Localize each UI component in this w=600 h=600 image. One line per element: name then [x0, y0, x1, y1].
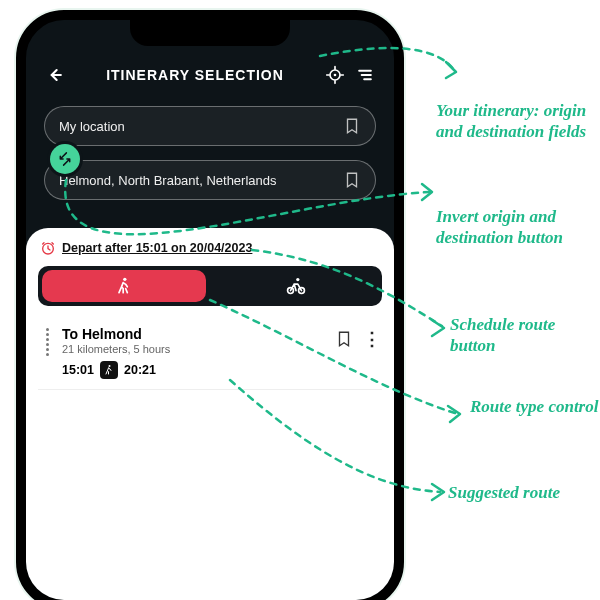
page-title: ITINERARY SELECTION: [70, 67, 320, 83]
annotation-schedule: Schedule route button: [450, 314, 600, 357]
swap-icon: [57, 151, 73, 167]
route-times: 15:01 20:21: [62, 361, 327, 379]
back-button[interactable]: [40, 60, 70, 90]
route-arrive: 20:21: [124, 363, 156, 377]
origin-value: My location: [59, 119, 343, 134]
walk-icon: [100, 361, 118, 379]
itinerary-inputs: My location Helmond, North Brabant, Neth…: [26, 100, 394, 228]
schedule-route-button[interactable]: Depart after 15:01 on 20/04/2023: [40, 240, 252, 256]
route-type-control: [38, 266, 382, 306]
phone-notch: [130, 20, 290, 46]
annotation-card: Suggested route: [448, 482, 600, 503]
results-panel: Depart after 15:01 on 20/04/2023 To Helm…: [26, 228, 394, 600]
route-type-bike[interactable]: [214, 270, 378, 302]
origin-field[interactable]: My location: [44, 106, 376, 146]
suggested-route-card[interactable]: To Helmond 21 kilometers, 5 hours 15:01 …: [38, 320, 382, 390]
route-depart: 15:01: [62, 363, 94, 377]
annotation-swap: Invert origin and destination button: [436, 206, 596, 249]
svg-point-6: [296, 278, 299, 281]
more-icon[interactable]: ⋮: [363, 334, 380, 344]
walk-icon: [114, 276, 134, 296]
destination-field[interactable]: Helmond, North Brabant, Netherlands: [44, 160, 376, 200]
route-title: To Helmond: [62, 326, 327, 342]
phone-frame: ITINERARY SELECTION My location Helmond,…: [16, 10, 404, 600]
clock-icon: [40, 240, 56, 256]
bookmark-icon[interactable]: [343, 117, 361, 135]
svg-point-1: [334, 74, 337, 77]
swap-origin-destination-button[interactable]: [50, 144, 80, 174]
drag-handle-icon: [40, 326, 54, 356]
destination-value: Helmond, North Brabant, Netherlands: [59, 173, 343, 188]
route-type-walk[interactable]: [42, 270, 206, 302]
bookmark-icon[interactable]: [343, 171, 361, 189]
bike-icon: [285, 275, 307, 297]
svg-point-7: [108, 365, 110, 367]
svg-point-3: [123, 278, 126, 281]
menu-button[interactable]: [350, 60, 380, 90]
bookmark-icon[interactable]: [335, 330, 353, 348]
annotation-segment: Route type control: [470, 396, 600, 417]
annotation-fields: Your itinerary: origin and destination f…: [436, 100, 596, 143]
locate-button[interactable]: [320, 60, 350, 90]
menu-icon: [355, 65, 375, 85]
app-topbar: ITINERARY SELECTION: [26, 54, 394, 100]
route-subtitle: 21 kilometers, 5 hours: [62, 343, 327, 355]
crosshair-icon: [325, 65, 345, 85]
arrow-left-icon: [45, 65, 65, 85]
schedule-label: Depart after 15:01 on 20/04/2023: [62, 241, 252, 255]
